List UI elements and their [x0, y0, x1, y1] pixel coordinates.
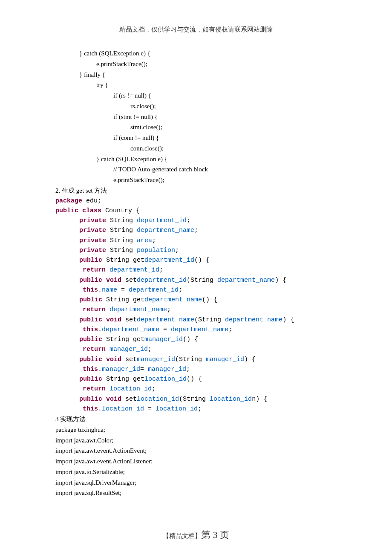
code-line: stmt.close();: [55, 122, 337, 133]
code-line: return location_id;: [55, 384, 337, 394]
identifier: location_id: [137, 396, 179, 403]
code-line: public void setdepartment_name(String de…: [55, 315, 337, 325]
text: String: [106, 247, 137, 254]
code-line: return department_name;: [55, 305, 337, 315]
text: ;: [194, 227, 198, 234]
code-line: conn.close();: [55, 143, 337, 154]
code-line: public void setmanager_id(String manager…: [55, 355, 337, 364]
code-line: import java.awt.event.ActionListener;: [55, 456, 337, 467]
identifier: area: [137, 237, 152, 244]
code-line: rs.close();: [55, 101, 337, 112]
text: String get: [102, 257, 144, 264]
identifier: location_id: [110, 385, 152, 393]
identifier: department_name: [225, 316, 282, 324]
identifier: location_id: [102, 405, 144, 413]
identifier: name: [102, 286, 117, 294]
identifier: department_id: [137, 217, 187, 224]
page: 精品文档，仅供学习与交流，如有侵权请联系网站删除 } catch (SQLExc…: [0, 0, 392, 555]
code-line: if (conn != null) {: [55, 133, 337, 143]
code-line: package tuxinghua;: [55, 425, 337, 435]
identifier: department_name: [137, 227, 194, 234]
keyword: void: [102, 396, 121, 403]
text: String get: [102, 336, 144, 343]
text: () {: [183, 336, 198, 343]
code-line: import java.sql.ResultSet;: [55, 488, 337, 498]
identifier: manager_id: [206, 356, 244, 363]
identifier: manager_id: [148, 366, 186, 373]
text: [106, 346, 110, 353]
text: String: [106, 237, 137, 244]
code-line: private String department_name;: [55, 225, 337, 235]
keyword: this: [83, 286, 98, 294]
code-line: } finally {: [55, 69, 337, 80]
identifier: department_name: [137, 316, 194, 324]
heading-prefix: 2. 生成 get set: [55, 187, 93, 194]
keyword: void: [102, 316, 121, 324]
identifier: location_id: [210, 396, 252, 403]
header-note: 精品文档，仅供学习与交流，如有侵权请联系网站删除: [55, 26, 337, 34]
identifier: manager_id: [137, 356, 175, 363]
text: .: [98, 286, 102, 294]
code-line: try {: [55, 80, 337, 90]
text: ;: [167, 306, 171, 313]
code-line: public class Country {: [55, 206, 337, 216]
keyword: public: [79, 376, 102, 383]
text: .: [98, 326, 102, 333]
identifier: population: [137, 247, 175, 254]
text: .: [98, 366, 102, 373]
footer-page-number: 第 3 页: [201, 529, 229, 540]
code-line: private String area;: [55, 236, 337, 246]
code-line: this.manager_id= manager_id;: [55, 364, 337, 374]
code-line: } catch (SQLException e) {: [55, 154, 337, 165]
footer-brand: 【精品文档】: [163, 532, 201, 539]
code-line: this.location_id = location_id;: [55, 404, 337, 414]
code-line: // TODO Auto-generated catch block: [55, 164, 337, 175]
code-line: } catch (SQLException e) {: [55, 48, 337, 59]
text: ;: [152, 237, 156, 244]
code-line: return department_id;: [55, 265, 337, 275]
code-line: private String population;: [55, 246, 337, 255]
text: ;: [198, 405, 202, 413]
section-3-heading: 3 实现方法: [55, 414, 337, 425]
text: set: [121, 356, 137, 363]
text: ;: [152, 385, 156, 393]
text: set: [121, 277, 137, 284]
identifier: department_id: [129, 286, 179, 294]
keyword: package: [55, 197, 82, 205]
keyword: class: [78, 207, 101, 214]
text: =: [117, 286, 129, 294]
keyword: public: [79, 396, 102, 403]
code-line: public String getlocation_id() {: [55, 374, 337, 384]
identifier: location_id: [144, 376, 187, 383]
text: ;: [186, 366, 190, 373]
code-line: if (stmt != null) {: [55, 112, 337, 122]
identifier: location_id: [156, 405, 198, 413]
identifier: department_name: [171, 326, 228, 333]
code-line: public String getdepartment_id() {: [55, 255, 337, 265]
keyword: private: [79, 217, 106, 224]
text: =: [144, 405, 156, 413]
keyword: public: [79, 277, 102, 284]
identifier: department_name: [102, 326, 159, 333]
code-line: public void setdepartment_id(String depa…: [55, 275, 337, 285]
text: [106, 266, 110, 274]
keyword: return: [83, 385, 106, 393]
identifier: department_name: [217, 277, 275, 284]
code-line: e.printStackTrace();: [55, 175, 337, 185]
keyword: public: [79, 336, 102, 343]
text: String: [106, 227, 137, 234]
text: [106, 306, 110, 313]
text: ;: [228, 326, 232, 333]
text: ) {: [244, 356, 256, 363]
keyword: public: [55, 207, 78, 214]
code-line: import java.sql.DriverManager;: [55, 477, 337, 488]
identifier: department_id: [144, 257, 194, 264]
text: =: [140, 366, 148, 373]
keyword: this: [83, 405, 98, 413]
text: [106, 385, 110, 393]
identifier: manager_id: [102, 366, 140, 373]
keyword: return: [83, 346, 106, 353]
text: () {: [194, 257, 210, 264]
keyword: this: [83, 326, 98, 333]
text: (String: [187, 277, 217, 284]
